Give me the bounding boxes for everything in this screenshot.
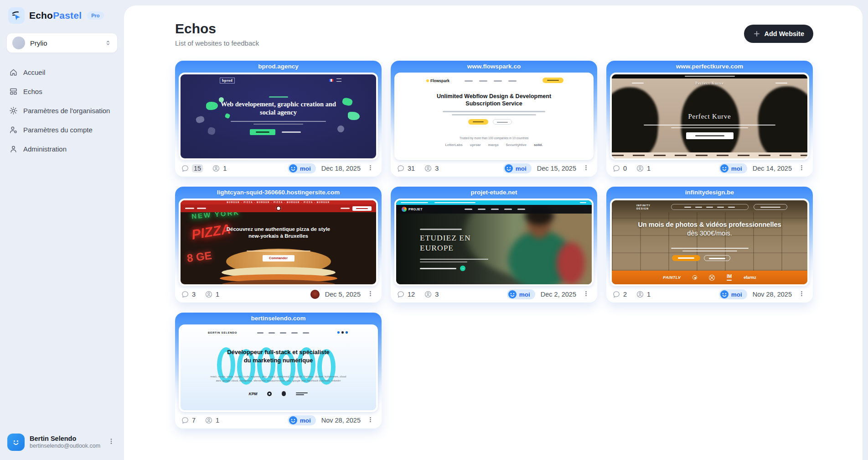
site-cta: → — [460, 266, 465, 271]
app-title: EchoPastel — [29, 10, 82, 21]
website-cards-grid: bprod.agency bprod Web developement, gra… — [175, 61, 813, 429]
card-domain: projet-etude.net — [394, 187, 594, 199]
org-selector[interactable]: Prylio — [6, 33, 118, 53]
sidebar-item-account-settings[interactable]: Paramètres du compte — [0, 121, 124, 138]
owner-badge: moi — [288, 163, 316, 173]
kebab-icon — [583, 164, 589, 171]
comments-count: 15 — [192, 164, 203, 172]
kebab-icon — [108, 438, 115, 445]
owner-badge: moi — [719, 163, 747, 173]
card-date: Dec 15, 2025 — [537, 165, 576, 172]
kebab-icon — [798, 164, 805, 171]
site-logo: PROJET — [408, 208, 423, 211]
site-headline: Unlimited Webflow Design & Development S… — [396, 93, 592, 108]
site-trusted-line: Trusted by more than 100 companies in 10… — [396, 136, 592, 140]
plan-badge: Pro — [87, 11, 103, 20]
members-icon — [212, 164, 220, 172]
card-footer: 3 1 Dec 5, 2025 — [179, 286, 378, 303]
card-kebab-menu[interactable] — [365, 414, 376, 427]
site-cta — [542, 78, 563, 83]
comments-icon — [181, 164, 189, 172]
members-count: 3 — [435, 165, 439, 172]
site-preview: BERTIN SELENDO Développeur full-stack et… — [181, 326, 376, 410]
card-domain: bertinselendo.com — [179, 313, 378, 324]
card-domain: lightcyan-squid-360660.hostingersite.com — [179, 187, 378, 199]
card-date: Nov 28, 2025 — [753, 291, 792, 298]
owner-avatar — [289, 416, 297, 424]
comments-icon — [181, 290, 189, 298]
sidebar-item-label: Administration — [23, 145, 67, 153]
site-logo: Perfect Kurve — [644, 81, 775, 85]
card-footer: 15 1 moi Dec 18, 2025 — [179, 160, 378, 177]
site-cta: Commander — [263, 255, 294, 261]
site-client-logos: KPM — [181, 391, 376, 396]
comments-icon — [612, 164, 620, 172]
members-icon — [424, 164, 432, 172]
members-icon — [205, 290, 213, 298]
comments-count: 2 — [623, 291, 627, 298]
card-kebab-menu[interactable] — [796, 162, 807, 175]
website-card[interactable]: www.perfectkurve.com Perfect Kurve Perfe… — [606, 61, 813, 177]
card-kebab-menu[interactable] — [581, 288, 591, 301]
site-preview: Flowspark Unlimited Webflow Design & Dev… — [396, 74, 592, 158]
site-logo: bprod — [220, 78, 235, 84]
card-footer: 0 1 moi Dec 14, 2025 — [610, 160, 809, 177]
user-name: Bertin Selendo — [30, 434, 101, 443]
add-website-button[interactable]: Add Website — [744, 25, 813, 43]
site-headline: Perfect Kurve — [612, 113, 807, 120]
card-kebab-menu[interactable] — [365, 162, 376, 175]
site-client-logos: LetterLabsuproarmarqoSecurityHivesolid. — [396, 143, 592, 147]
site-marquee: BURGER · PIZZA · BURGER · PIZZA · BURGER… — [181, 200, 376, 204]
card-kebab-menu[interactable] — [365, 288, 376, 301]
members-count: 1 — [647, 165, 651, 172]
site-client-logos: PAINTLV IM efarmz — [612, 271, 807, 284]
sidebar-item-org-settings[interactable]: Paramètres de l'organisation — [0, 102, 124, 119]
user-icon — [9, 145, 18, 153]
members-icon — [636, 290, 644, 298]
site-skills-line: react, nextjs, vuejs, nuxtjs, node, expr… — [208, 375, 349, 383]
org-avatar — [12, 37, 25, 49]
kebab-icon — [367, 416, 374, 423]
main-panel: Echos List of websites to feedback Add W… — [124, 5, 863, 460]
layout-grid-icon — [9, 87, 18, 96]
site-headline: Un mois de photos & vidéos professionnel… — [635, 220, 785, 238]
comments-count: 12 — [408, 291, 415, 298]
card-kebab-menu[interactable] — [796, 288, 807, 301]
sidebar-item-administration[interactable]: Administration — [0, 141, 124, 157]
kebab-icon — [367, 164, 374, 171]
site-headline: Développeur full-stack et spécialiste du… — [227, 348, 330, 364]
owner-badge: moi — [507, 289, 535, 299]
user-menu[interactable]: Bertin Selendo bertinselendo@outlook.com — [0, 426, 124, 460]
site-logo: Flowspark — [426, 78, 450, 83]
owner-avatar — [508, 290, 517, 298]
members-count: 1 — [216, 417, 219, 424]
app-logo: EchoPastel Pro — [0, 0, 124, 28]
user-email: bertinselendo@outlook.com — [30, 443, 101, 450]
kebab-icon — [798, 290, 805, 297]
website-card[interactable]: projet-etude.net PROJET ETUDIEZ EN EUROP… — [391, 187, 597, 303]
sidebar-item-accueil[interactable]: Accueil — [0, 64, 124, 81]
sidebar-nav: Accueil Echos Paramètres de l'organisati… — [0, 64, 124, 157]
home-icon — [9, 68, 18, 77]
comments-count: 7 — [192, 417, 196, 424]
owner-badge: moi — [288, 415, 316, 425]
gear-icon — [9, 106, 18, 115]
card-kebab-menu[interactable] — [581, 162, 591, 175]
members-icon — [424, 290, 432, 298]
card-date: Dec 14, 2025 — [753, 165, 792, 172]
sidebar-item-echos[interactable]: Echos — [0, 83, 124, 100]
website-card[interactable]: www.flowspark.co Flowspark Unlimited Web… — [391, 61, 597, 177]
members-icon — [636, 164, 644, 172]
website-card[interactable]: bertinselendo.com BERTIN SELENDO Dévelop… — [175, 313, 382, 429]
website-card[interactable]: bprod.agency bprod Web developement, gra… — [175, 61, 382, 177]
website-card[interactable]: lightcyan-squid-360660.hostingersite.com… — [175, 187, 382, 303]
card-footer: 31 3 moi Dec 15, 2025 — [394, 160, 594, 177]
sidebar-item-label: Paramètres de l'organisation — [23, 107, 110, 115]
user-kebab-menu[interactable] — [106, 436, 117, 449]
comments-count: 31 — [408, 165, 415, 172]
members-count: 1 — [647, 291, 651, 298]
card-domain: www.flowspark.co — [394, 61, 594, 73]
sidebar-item-label: Accueil — [23, 68, 45, 76]
sidebar-item-label: Echos — [23, 88, 42, 95]
website-card[interactable]: infinitydesign.be INFINITYDESIGN Un mois… — [606, 187, 813, 303]
